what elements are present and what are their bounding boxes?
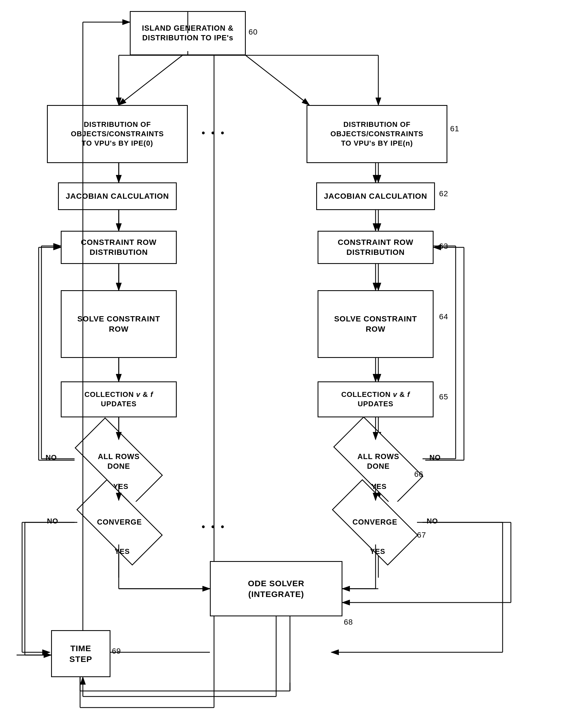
constraint-row-dist-left-box: CONSTRAINT ROWDISTRIBUTION	[61, 231, 177, 264]
ref-60: 60	[248, 28, 258, 36]
yes-label-right-rows: YES	[371, 482, 387, 491]
all-rows-done-right-diamond: ALL ROWSDONE	[331, 440, 425, 484]
all-rows-done-left-diamond: ALL ROWSDONE	[75, 440, 163, 484]
no-label-right-conv: NO	[427, 517, 438, 525]
collection-left-box: COLLECTION v & fUPDATES	[61, 381, 177, 417]
collection-right-box: COLLECTION v & fUPDATES	[318, 381, 433, 417]
ref-63: 63	[439, 242, 448, 251]
island-generation-box: ISLAND GENERATION &DISTRIBUTION TO IPE's	[130, 11, 246, 55]
flowchart-diagram: ISLAND GENERATION &DISTRIBUTION TO IPE's…	[0, 0, 586, 728]
ref-62: 62	[439, 189, 448, 198]
dist-right-box: DISTRIBUTION OFOBJECTS/CONSTRAINTSTO VPU…	[307, 105, 447, 163]
ode-solver-box: ODE SOLVER(INTEGRATE)	[210, 561, 342, 616]
yes-label-right-conv: YES	[370, 547, 385, 556]
no-label-right-rows: NO	[429, 453, 441, 462]
svg-line-1	[119, 51, 188, 105]
constraint-row-dist-right-box: CONSTRAINT ROWDISTRIBUTION	[318, 231, 433, 264]
converge-left-diamond: CONVERGE	[77, 500, 162, 545]
jacobian-left-box: JACOBIAN CALCULATION	[58, 182, 177, 210]
ref-67: 67	[417, 531, 426, 539]
no-label-left-rows: NO	[46, 453, 57, 462]
dist-left-box: DISTRIBUTION OFOBJECTS/CONSTRAINTSTO VPU…	[47, 105, 188, 163]
ref-65: 65	[439, 393, 448, 401]
ref-68: 68	[344, 618, 353, 627]
jacobian-right-box: JACOBIAN CALCULATION	[316, 182, 435, 210]
ref-66: 66	[414, 470, 423, 479]
ref-61: 61	[450, 124, 459, 133]
converge-right-diamond: CONVERGE	[333, 500, 417, 545]
yes-label-left-conv: YES	[115, 547, 130, 556]
dots-top: • • •	[202, 127, 226, 139]
time-step-box: TIMESTEP	[51, 630, 110, 677]
solve-constraint-right-box: SOLVE CONSTRAINTROW	[318, 290, 433, 358]
no-label-left-conv: NO	[47, 517, 58, 525]
ref-69: 69	[112, 647, 121, 656]
dots-bottom: • • •	[202, 521, 226, 533]
ref-64: 64	[439, 312, 448, 321]
svg-line-2	[240, 51, 309, 105]
solve-constraint-left-box: SOLVE CONSTRAINTROW	[61, 290, 177, 358]
